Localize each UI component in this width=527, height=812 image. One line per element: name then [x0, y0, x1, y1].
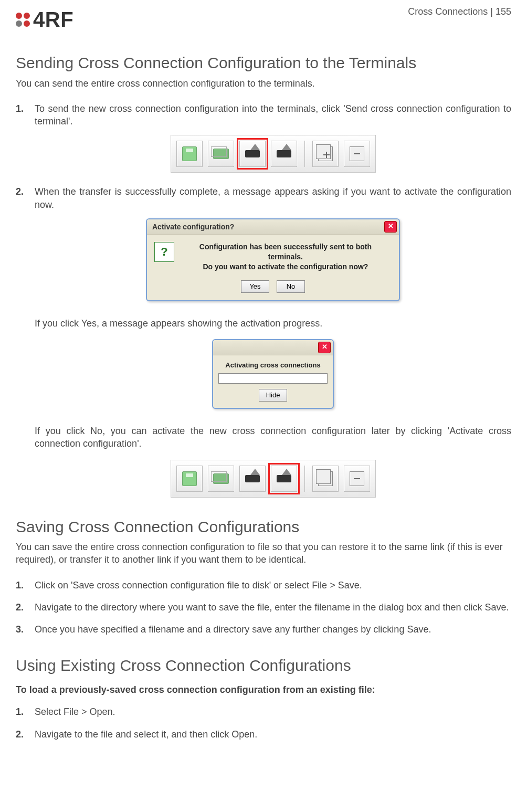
- hide-button[interactable]: Hide: [259, 389, 287, 402]
- toolbar-figure-2: [35, 460, 511, 498]
- open-icon[interactable]: [208, 141, 234, 167]
- question-icon: ?: [154, 242, 174, 262]
- progress-status: Activating cross connections: [213, 355, 333, 373]
- dialog-line2: Do you want to activate the configuratio…: [182, 262, 389, 272]
- section1-step1: 1. To send the new cross connection conf…: [16, 102, 511, 173]
- section3-lead: To load a previously-saved cross connect…: [16, 683, 511, 696]
- yes-button[interactable]: Yes: [241, 280, 269, 293]
- dialog-line1: Configuration has been successfully sent…: [182, 242, 389, 262]
- remove-icon[interactable]: [344, 466, 370, 492]
- close-icon[interactable]: ✕: [318, 342, 331, 353]
- send-config-icon[interactable]: [239, 466, 266, 492]
- section1-step2: 2. When the transfer is successfully com…: [16, 185, 511, 497]
- progress-bar: [218, 373, 328, 384]
- add-icon[interactable]: [312, 141, 339, 167]
- after-no-text: If you click No, you can activate the ne…: [35, 425, 511, 450]
- no-button[interactable]: No: [277, 280, 305, 293]
- section-title-saving: Saving Cross Connection Configurations: [16, 516, 511, 538]
- add-icon[interactable]: [312, 466, 339, 492]
- brand-name: 4RF: [33, 5, 73, 34]
- activate-config-icon[interactable]: [271, 141, 297, 167]
- page-header: 4RF Cross Connections | 155: [16, 5, 511, 34]
- page-meta: Cross Connections | 155: [408, 5, 511, 18]
- section1-intro: You can send the entire cross connection…: [16, 77, 511, 90]
- after-yes-text: If you click Yes, a message appears show…: [35, 317, 511, 330]
- activate-config-icon[interactable]: [271, 466, 297, 492]
- section2-step1: 1.Click on 'Save cross connection config…: [16, 579, 511, 592]
- section2-intro: You can save the entire cross connection…: [16, 541, 511, 566]
- section2-step3: 3.Once you have specified a filename and…: [16, 623, 511, 636]
- section3-step2: 2.Navigate to the file and select it, an…: [16, 728, 511, 741]
- toolbar-separator: [304, 466, 305, 492]
- brand-logo: 4RF: [16, 5, 73, 34]
- save-icon[interactable]: [176, 466, 203, 492]
- section3-step1: 1.Select File > Open.: [16, 705, 511, 718]
- close-icon[interactable]: ✕: [384, 221, 397, 233]
- save-icon[interactable]: [176, 141, 203, 167]
- remove-icon[interactable]: [344, 141, 370, 167]
- section2-step2: 2.Navigate to the directory where you wa…: [16, 601, 511, 614]
- section-title-using: Using Existing Cross Connection Configur…: [16, 655, 511, 677]
- confirm-dialog-figure: Activate configuration? ✕ ? Configuratio…: [35, 218, 511, 304]
- send-config-icon[interactable]: [239, 141, 266, 167]
- dialog-title: Activate configuration?: [152, 222, 234, 232]
- open-icon[interactable]: [208, 466, 234, 492]
- logo-dots-icon: [16, 13, 30, 27]
- toolbar-separator: [304, 141, 305, 167]
- toolbar-figure-1: [35, 135, 511, 173]
- activate-confirm-dialog: Activate configuration? ✕ ? Configuratio…: [146, 218, 400, 301]
- activating-progress-dialog: ✕ Activating cross connections Hide: [212, 339, 334, 409]
- progress-dialog-figure: ✕ Activating cross connections Hide: [35, 339, 511, 412]
- section-title-sending: Sending Cross Connection Configuration t…: [16, 52, 511, 74]
